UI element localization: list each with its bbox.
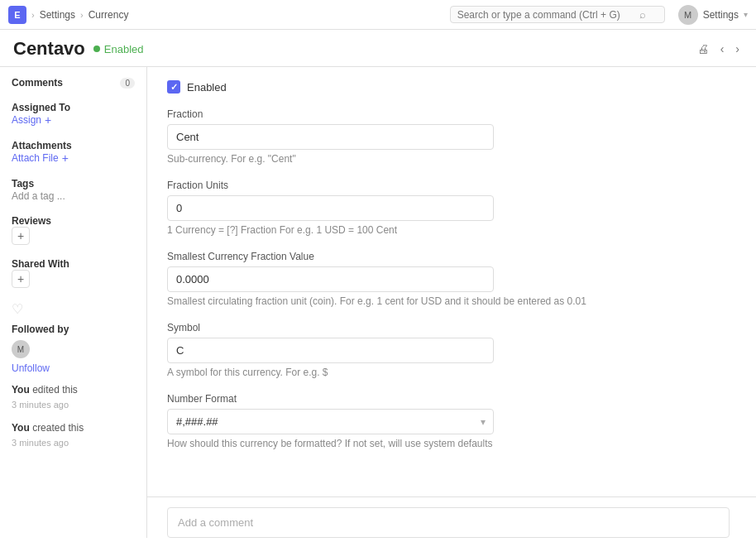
symbol-hint: A symbol for this currency. For e.g. $ (167, 367, 736, 378)
activity1-user: You (12, 384, 30, 396)
search-input[interactable] (457, 9, 639, 21)
assign-button[interactable]: Assign + (12, 113, 135, 127)
status-badge: Enabled (93, 43, 144, 55)
activity1-action: edited this (32, 384, 78, 396)
add-tag-label: Add a tag ... (12, 190, 65, 202)
symbol-field-group: Symbol A symbol for this currency. For e… (167, 322, 736, 378)
page-actions: 🖨 ‹ › (694, 41, 743, 57)
activity2-time: 3 minutes ago (12, 438, 69, 448)
fraction-units-label: Fraction Units (167, 180, 736, 191)
smallest-value-label: Smallest Currency Fraction Value (167, 251, 736, 262)
number-format-label: Number Format (167, 393, 736, 405)
avatar: M (678, 5, 698, 25)
assign-plus-icon: + (45, 113, 51, 127)
symbol-input[interactable] (167, 338, 494, 363)
fraction-units-hint: 1 Currency = [?] Fraction For e.g. 1 USD… (167, 224, 736, 236)
status-label: Enabled (104, 43, 144, 55)
activity2-action: created this (32, 422, 84, 434)
fraction-input[interactable] (167, 124, 494, 150)
unfollow-button[interactable]: Unfollow (12, 362, 50, 374)
fraction-hint: Sub-currency. For e.g. "Cent" (167, 153, 736, 165)
number-format-select[interactable]: #,###.## #.###,## # ###.## # ###,## (167, 409, 494, 434)
breadcrumb-separator-2: › (80, 10, 84, 20)
form-section: Enabled Fraction Sub-currency. For e.g. … (167, 80, 736, 449)
tags-label: Tags (12, 178, 135, 189)
number-format-select-wrapper: #,###.## #.###,## # ###.## # ###,## ▾ (167, 409, 494, 434)
enabled-row: Enabled (167, 80, 736, 94)
sidebar-section-reviews: Reviews + (12, 215, 135, 245)
follower-avatar: M (12, 340, 30, 358)
breadcrumb-separator-1: › (31, 10, 35, 20)
forward-button[interactable]: › (732, 41, 743, 57)
sidebar-section-followed-by: Followed by M Unfollow (12, 324, 135, 374)
attachments-label: Attachments (12, 140, 135, 151)
status-dot (93, 46, 100, 52)
attach-plus-icon: + (62, 151, 69, 165)
smallest-value-input[interactable] (167, 266, 494, 292)
comments-count: 0 (120, 78, 135, 89)
smallest-value-field-group: Smallest Currency Fraction Value Smalles… (167, 251, 736, 307)
comment-input[interactable]: Add a comment (167, 507, 730, 538)
navbar: E › Settings › Currency ⌕ M Settings ▾ (0, 0, 756, 30)
attach-file-button[interactable]: Attach File + (12, 151, 135, 165)
reviews-label: Reviews (12, 215, 135, 227)
smallest-value-hint: Smallest circulating fraction unit (coin… (167, 295, 736, 307)
add-shared-button[interactable]: + (12, 270, 30, 288)
print-button[interactable]: 🖨 (694, 41, 712, 57)
activity2-user: You (12, 422, 30, 434)
add-review-button[interactable]: + (12, 227, 30, 245)
fraction-label: Fraction (167, 108, 736, 120)
comments-label: Comments (12, 77, 63, 89)
page-title-bar: Centavo Enabled 🖨 ‹ › (0, 30, 756, 67)
activity1-time: 3 minutes ago (12, 400, 69, 410)
form-content: Enabled Fraction Sub-currency. For e.g. … (147, 67, 756, 496)
activity-entry-1: You edited this 3 minutes ago (12, 382, 135, 412)
user-menu[interactable]: M Settings ▾ (678, 5, 748, 25)
search-bar[interactable]: ⌕ (450, 6, 665, 23)
number-format-field-group: Number Format #,###.## #.###,## # ###.##… (167, 393, 736, 449)
enabled-checkbox[interactable] (167, 80, 180, 94)
main-layout: Comments 0 Assigned To Assign + Attachme… (0, 67, 756, 538)
heart-icon-container[interactable]: ♡ (12, 301, 135, 317)
attach-file-label: Attach File (12, 152, 59, 164)
breadcrumb-settings[interactable]: Settings (40, 9, 75, 21)
sidebar-section-attachments: Attachments Attach File + (12, 140, 135, 165)
shared-with-label: Shared With (12, 258, 135, 270)
symbol-label: Symbol (167, 322, 736, 333)
activity-entry-2: You created this 3 minutes ago (12, 420, 135, 450)
search-icon: ⌕ (639, 8, 646, 21)
page-title: Centavo (13, 38, 85, 60)
sidebar-section-comments: Comments 0 (12, 77, 135, 89)
breadcrumb-currency[interactable]: Currency (89, 9, 129, 21)
settings-menu-label: Settings (703, 9, 739, 21)
heart-icon: ♡ (12, 302, 23, 316)
number-format-hint: How should this currency be formatted? I… (167, 438, 736, 449)
assigned-to-label: Assigned To (12, 102, 135, 113)
comment-section: Add a comment (147, 496, 756, 538)
enabled-label: Enabled (187, 81, 227, 94)
back-button[interactable]: ‹ (717, 41, 728, 57)
assign-label: Assign (12, 114, 41, 126)
sidebar: Comments 0 Assigned To Assign + Attachme… (0, 67, 147, 538)
sidebar-section-shared-with: Shared With + (12, 258, 135, 288)
app-icon[interactable]: E (8, 6, 26, 24)
chevron-down-icon: ▾ (744, 10, 748, 19)
sidebar-section-assigned-to: Assigned To Assign + (12, 102, 135, 127)
fraction-units-field-group: Fraction Units 1 Currency = [?] Fraction… (167, 180, 736, 236)
sidebar-section-tags: Tags Add a tag ... (12, 178, 135, 202)
followed-by-label: Followed by (12, 324, 135, 335)
fraction-field-group: Fraction Sub-currency. For e.g. "Cent" (167, 108, 736, 165)
fraction-units-input[interactable] (167, 195, 494, 221)
